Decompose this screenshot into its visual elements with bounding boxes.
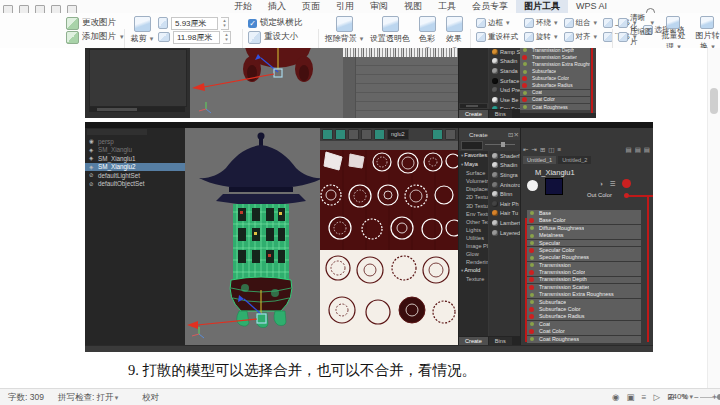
bins-tab[interactable]: Bins: [489, 110, 512, 118]
width-stepper[interactable]: ▴▾: [223, 31, 231, 44]
border-button[interactable]: 边框: [476, 16, 518, 30]
attribute-row[interactable]: Specular: [527, 240, 641, 247]
eye-protect-icon[interactable]: ◉: [612, 389, 619, 405]
swatch-size-slider[interactable]: [485, 144, 515, 145]
attribute-row[interactable]: Base: [527, 210, 641, 217]
zoom-out-button[interactable]: −: [694, 389, 699, 405]
shader-list-item[interactable]: Shadin: [489, 57, 521, 67]
uv-texture-name[interactable]: nglu2: [387, 129, 409, 140]
layout-icon[interactable]: ▤: [635, 145, 641, 154]
width-input[interactable]: 11.98厘米: [173, 31, 220, 44]
out-color-port[interactable]: [622, 179, 631, 188]
filter-icon[interactable]: ◫: [548, 145, 554, 154]
create-hscrollbar[interactable]: [460, 104, 487, 108]
attribute-row[interactable]: Transmission Depth: [527, 277, 641, 284]
attribute-row[interactable]: Transmission Depth: [520, 48, 590, 54]
proofread-button[interactable]: 校对: [142, 389, 159, 405]
create-category-item[interactable]: Surface: [459, 169, 488, 177]
material-tab-2[interactable]: Untitled_2: [558, 156, 591, 164]
wrap-button[interactable]: 环绕: [524, 16, 558, 30]
grid-icon[interactable]: ⊞: [540, 145, 545, 154]
color-swatch[interactable]: [545, 178, 563, 195]
attribute-row[interactable]: Subsurface: [520, 68, 590, 75]
viewport-main[interactable]: [185, 128, 320, 345]
attribute-row[interactable]: Base Color: [527, 217, 641, 224]
horizontal-scrollbar[interactable]: [89, 107, 185, 112]
shader-list-item[interactable]: Lambert: [489, 218, 521, 228]
height-input[interactable]: 5.93厘米: [171, 17, 218, 30]
create-category-item[interactable]: Maya: [459, 160, 488, 169]
attribute-row[interactable]: Subsurface: [527, 299, 641, 306]
shader-list-item[interactable]: Surface: [489, 76, 521, 86]
outliner-item[interactable]: SM_Xianglu1: [85, 154, 185, 163]
attribute-row[interactable]: Coat Roughness: [520, 104, 590, 111]
attribute-row[interactable]: Transmission Scatter: [527, 284, 641, 291]
lock-aspect-checkbox[interactable]: ✓ 锁定纵横比: [248, 16, 303, 30]
attribute-row[interactable]: Coat: [520, 90, 590, 97]
outline-view-icon[interactable]: ≡: [641, 389, 646, 405]
group-button[interactable]: 组合: [564, 16, 598, 30]
create-category-item[interactable]: 2D Texture: [459, 193, 488, 201]
outliner-item[interactable]: defaultObjectSet: [85, 180, 185, 189]
attribute-row[interactable]: Metalness: [527, 232, 641, 239]
ribbon-tab[interactable]: 审阅: [362, 0, 396, 13]
create-tab[interactable]: Create: [459, 337, 488, 345]
ribbon-tab[interactable]: 开始: [226, 0, 260, 13]
create-category-item[interactable]: Rendering: [459, 258, 488, 266]
create-category-item[interactable]: Displacem: [459, 185, 488, 193]
attribute-row[interactable]: Coat Color: [527, 328, 641, 335]
ribbon-tab[interactable]: 插入: [260, 0, 294, 13]
bins-tab[interactable]: Bins: [489, 337, 512, 345]
undo-icon[interactable]: [35, 5, 45, 13]
create-category-item[interactable]: Volumetric: [459, 177, 488, 185]
shader-list-item[interactable]: Stingra: [489, 170, 521, 180]
reset-size-button[interactable]: 重设大小: [248, 30, 303, 44]
ribbon-tab[interactable]: 视图: [396, 0, 430, 13]
attribute-row[interactable]: Coat: [527, 321, 641, 328]
attribute-row[interactable]: Coat Color: [520, 97, 590, 104]
nav-forward-icon[interactable]: ⇥: [531, 145, 536, 154]
create-search-input[interactable]: [461, 141, 483, 150]
create-category-item[interactable]: Glow: [459, 250, 488, 258]
create-category-item[interactable]: Env Textur: [459, 210, 488, 218]
add-picture-button[interactable]: 添加图片: [66, 30, 124, 44]
shader-list-item[interactable]: Shadin: [489, 161, 521, 171]
shader-list-item[interactable]: Hair Ph: [489, 199, 521, 209]
uv-tool-icon[interactable]: [445, 129, 456, 140]
uv-tool-icon[interactable]: [361, 129, 372, 140]
attribute-row[interactable]: Specular Color: [527, 247, 641, 254]
render-swatch-icon[interactable]: ◑: [599, 179, 603, 188]
shader-list-item[interactable]: Hair Tu: [489, 209, 521, 219]
zoom-level[interactable]: 240%: [668, 389, 693, 405]
nav-back-icon[interactable]: ⇤: [523, 145, 528, 154]
shader-list-item[interactable]: Layered: [489, 228, 521, 238]
change-picture-button[interactable]: 更改图片: [66, 16, 124, 30]
embedded-image-maya-top[interactable]: Ramp S Shadin Standa Surface: [85, 48, 596, 118]
attribute-row[interactable]: Subsurface Radius: [520, 82, 590, 89]
height-stepper[interactable]: ▴▾: [221, 17, 229, 30]
create-category-item[interactable]: Arnold: [459, 266, 488, 275]
attribute-row[interactable]: Transmission Extra Roughness: [520, 61, 590, 68]
ribbon-tab[interactable]: WPS AI: [568, 0, 615, 13]
attribute-row[interactable]: Subsurface Radius: [527, 313, 641, 320]
zoom-in-button[interactable]: +: [712, 389, 717, 405]
create-category-item[interactable]: Other Text: [459, 218, 488, 226]
spellcheck-status[interactable]: 拼写检查: 打开: [58, 389, 118, 405]
rotate-button[interactable]: 旋转: [524, 30, 558, 44]
ribbon-tab[interactable]: 页面: [294, 0, 328, 13]
outliner-item[interactable]: SM_Xianglu2: [85, 163, 185, 172]
batch-button[interactable]: 批量处理: [659, 16, 688, 52]
uv-tool-icon[interactable]: [432, 129, 443, 140]
layout-icon[interactable]: ▤: [644, 145, 652, 154]
page-view-icon[interactable]: ▣: [626, 389, 634, 405]
create-tab[interactable]: Create: [459, 110, 488, 118]
print-icon[interactable]: [19, 5, 29, 13]
shader-list-item[interactable]: Anisotro: [489, 180, 521, 190]
ribbon-tab[interactable]: 工具: [430, 0, 464, 13]
create-category-item[interactable]: 3D Texture: [459, 202, 488, 210]
material-tab-1[interactable]: Untitled_1: [523, 156, 556, 164]
attribute-row[interactable]: Specular Roughness: [527, 254, 641, 261]
shader-list-item[interactable]: Use Be: [489, 95, 521, 105]
reset-style-button[interactable]: 重设样式: [476, 30, 518, 44]
zoom-slider[interactable]: [700, 397, 720, 398]
